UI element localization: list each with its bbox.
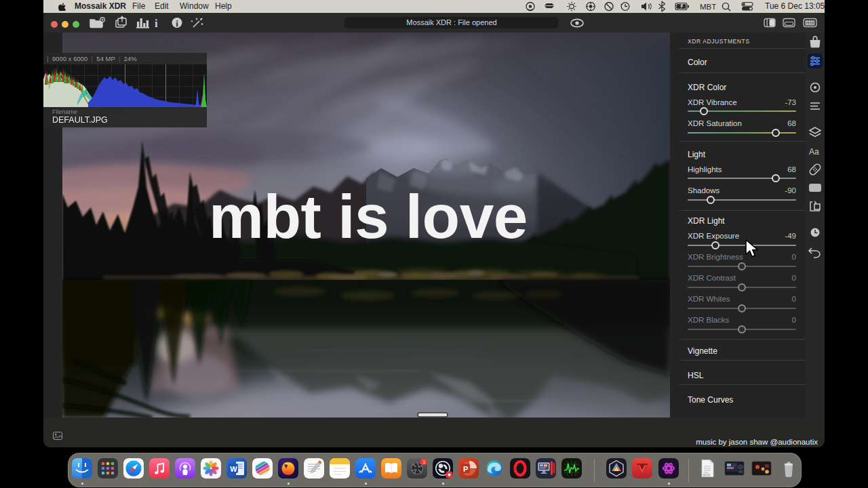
svg-text:RTF: RTF — [703, 473, 711, 477]
svg-text:Aa: Aa — [809, 147, 819, 157]
svg-text:i: i — [155, 17, 158, 30]
svg-text:MBT: MBT — [700, 3, 716, 11]
svg-text:W: W — [230, 465, 237, 473]
svg-text:1: 1 — [422, 459, 426, 465]
svg-text:P: P — [463, 465, 468, 473]
svg-text:i: i — [176, 18, 178, 28]
